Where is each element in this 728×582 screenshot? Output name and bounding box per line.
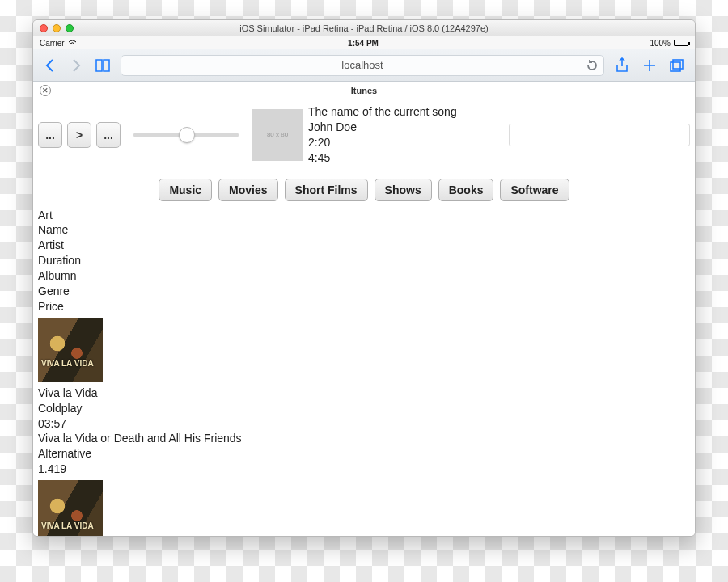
- col-header: Artist: [38, 238, 690, 253]
- url-field[interactable]: localhost: [121, 55, 604, 76]
- page-header: ✕ Itunes: [33, 82, 695, 99]
- album-art-text: VIVA LA VIDA: [41, 360, 94, 368]
- page-content: ... > ... 80 x 80 The name of the curren…: [33, 99, 695, 536]
- track-name: Viva la Vida: [38, 386, 690, 401]
- category-tabs: Music Movies Short Films Shows Books Sof…: [33, 167, 695, 206]
- player-bar: ... > ... 80 x 80 The name of the curren…: [33, 99, 695, 167]
- share-icon[interactable]: [612, 56, 632, 75]
- track-genre: Alternative: [38, 446, 690, 462]
- track-list: Art Name Artist Duration Albumn Genre Pr…: [33, 206, 695, 536]
- nowplaying-info: The name of the current song John Doe 2:…: [308, 104, 457, 166]
- page-title: Itunes: [351, 86, 377, 95]
- track-duration: 03:57: [38, 416, 690, 432]
- ios-status-bar: Carrier 1:54 PM 100%: [33, 36, 695, 49]
- tabs-icon[interactable]: [667, 56, 687, 75]
- carrier-label: Carrier: [40, 39, 65, 48]
- nowplaying-total: 4:45: [308, 150, 457, 166]
- album-art[interactable]: VIVA LA VIDA: [38, 318, 103, 382]
- col-header: Albumn: [38, 268, 690, 284]
- battery-pct: 100%: [650, 39, 671, 48]
- album-art[interactable]: VIVA LA VIDA: [38, 480, 103, 536]
- album-art-text: VIVA LA VIDA: [41, 522, 94, 530]
- window-title: iOS Simulator - iPad Retina - iPad Retin…: [33, 23, 695, 33]
- mac-titlebar: iOS Simulator - iPad Retina - iPad Retin…: [33, 20, 695, 36]
- status-time: 1:54 PM: [348, 39, 379, 48]
- tab-short-films[interactable]: Short Films: [285, 179, 368, 201]
- col-header: Name: [38, 222, 690, 238]
- back-button[interactable]: [41, 57, 59, 74]
- col-header: Genre: [38, 284, 690, 299]
- col-header: Art: [38, 208, 690, 223]
- track-price: 1.419: [38, 462, 690, 477]
- safari-toolbar: localhost: [33, 49, 695, 82]
- next-button[interactable]: ...: [96, 122, 121, 148]
- col-header: Price: [38, 299, 690, 314]
- nowplaying-art-placeholder: 80 x 80: [252, 109, 303, 161]
- nowplaying-artist: John Doe: [308, 120, 457, 135]
- svg-rect-1: [671, 62, 680, 71]
- tab-software[interactable]: Software: [500, 179, 569, 201]
- search-input[interactable]: [509, 124, 690, 146]
- new-tab-icon[interactable]: [640, 56, 659, 75]
- tab-shows[interactable]: Shows: [375, 179, 432, 201]
- reload-icon[interactable]: [586, 59, 599, 72]
- nowplaying-title: The name of the current song: [308, 104, 457, 120]
- col-header: Duration: [38, 253, 690, 268]
- track-album: Viva la Vida or Death and All His Friend…: [38, 431, 690, 446]
- tab-movies[interactable]: Movies: [218, 179, 277, 201]
- url-text: localhost: [341, 59, 383, 71]
- bookmarks-icon[interactable]: [93, 56, 112, 75]
- volume-slider[interactable]: [133, 133, 239, 137]
- battery-icon: [674, 40, 688, 46]
- nowplaying-elapsed: 2:20: [308, 135, 457, 150]
- tab-music[interactable]: Music: [159, 179, 212, 201]
- wifi-icon: [68, 39, 77, 48]
- tab-books[interactable]: Books: [438, 179, 494, 201]
- close-icon[interactable]: ✕: [40, 85, 51, 96]
- svg-rect-0: [673, 60, 683, 69]
- track-artist: Coldplay: [38, 401, 690, 416]
- prev-button[interactable]: ...: [38, 122, 62, 148]
- slider-thumb[interactable]: [179, 127, 195, 143]
- play-button[interactable]: >: [67, 122, 91, 148]
- forward-button[interactable]: [67, 57, 85, 74]
